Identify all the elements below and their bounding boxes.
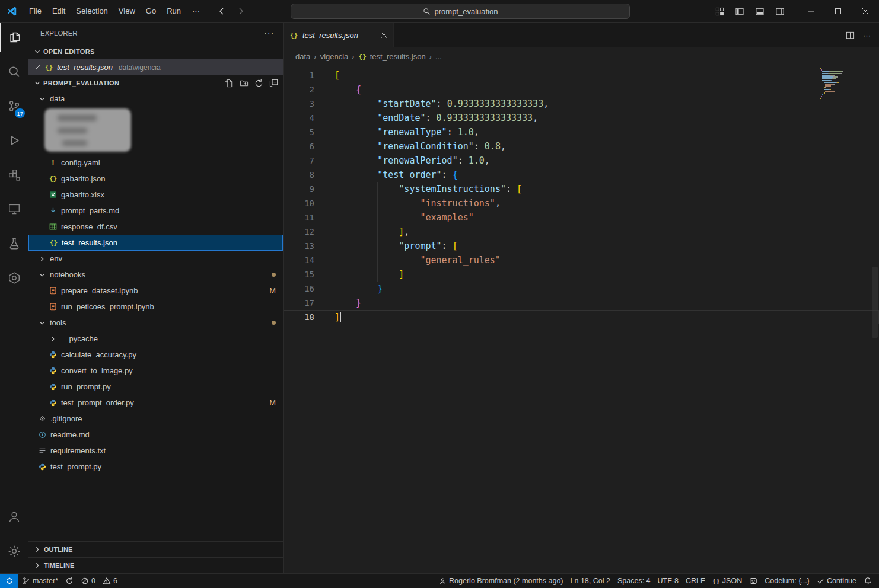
editor-more-actions-button[interactable]: ··· bbox=[863, 31, 871, 40]
menu-edit[interactable]: Edit bbox=[47, 4, 71, 18]
tree-item-run-peticoes-prompt-ipynb[interactable]: run_peticoes_prompt.ipynb bbox=[28, 299, 283, 315]
status-sync[interactable] bbox=[62, 577, 77, 585]
tree-item-test-prompt-py[interactable]: test_prompt.py bbox=[28, 459, 283, 475]
tree-item-data[interactable]: data bbox=[28, 91, 283, 107]
code-line-2[interactable]: 2 { bbox=[284, 82, 879, 97]
tree-item--pycache-[interactable]: __pycache__ bbox=[28, 331, 283, 347]
nav-forward-button[interactable] bbox=[233, 4, 249, 18]
menu-file[interactable]: File bbox=[24, 4, 47, 18]
tree-item-requirements-txt[interactable]: requirements.txt bbox=[28, 443, 283, 459]
code-line-15[interactable]: 15 ] bbox=[284, 267, 879, 282]
code-line-3[interactable]: 3 "startDate": 0.9333333333333333, bbox=[284, 97, 879, 111]
toggle-secondary-sidebar-icon[interactable] bbox=[771, 4, 789, 19]
tree-item-run-prompt-py[interactable]: run_prompt.py bbox=[28, 379, 283, 395]
activity-search[interactable] bbox=[0, 57, 28, 87]
close-editor-icon[interactable] bbox=[34, 64, 41, 71]
code-line-16[interactable]: 16 } bbox=[284, 282, 879, 296]
collapse-folders-icon[interactable] bbox=[269, 79, 278, 88]
tree-item-response-df-csv[interactable]: response_df.csv bbox=[28, 219, 283, 235]
breadcrumb-item[interactable]: {}test_results.json bbox=[358, 52, 426, 61]
minimize-button[interactable] bbox=[797, 0, 824, 23]
code-line-10[interactable]: 10 "instructions", bbox=[284, 196, 879, 210]
refresh-explorer-icon[interactable] bbox=[254, 79, 263, 88]
status-encoding[interactable]: UTF-8 bbox=[654, 577, 682, 585]
tree-item-test-results-json[interactable]: {}test_results.json bbox=[28, 235, 283, 251]
activity-settings[interactable] bbox=[0, 536, 28, 566]
tab-test-results-json[interactable]: {} test_results.json bbox=[284, 23, 394, 47]
timeline-section[interactable]: TIMELINE bbox=[28, 557, 283, 573]
command-center-search[interactable]: prompt_evaluation bbox=[291, 4, 630, 19]
tree-item-convert-to-image-py[interactable]: convert_to_image.py bbox=[28, 363, 283, 379]
tree-item-gabarito-json[interactable]: {}gabarito.json bbox=[28, 171, 283, 187]
minimap[interactable] bbox=[820, 68, 846, 100]
status-eol[interactable]: CRLF bbox=[682, 577, 709, 585]
code-line-9[interactable]: 9 "systemInstructions": [ bbox=[284, 182, 879, 196]
status-git-branch[interactable]: master* bbox=[18, 577, 62, 585]
status-errors[interactable]: 0 bbox=[77, 577, 99, 585]
tree-item-notebooks[interactable]: notebooks bbox=[28, 267, 283, 283]
code-line-12[interactable]: 12 ], bbox=[284, 225, 879, 239]
menu-overflow-button[interactable]: ··· bbox=[186, 4, 206, 18]
status-language-mode[interactable]: {} JSON bbox=[709, 577, 746, 585]
close-tab-icon[interactable] bbox=[381, 32, 387, 39]
menu-view[interactable]: View bbox=[113, 4, 141, 18]
new-folder-icon[interactable] bbox=[240, 79, 249, 88]
tree-item-tools[interactable]: tools bbox=[28, 315, 283, 331]
status-codeium[interactable]: Codeium: {...} bbox=[761, 577, 813, 585]
activity-run-debug[interactable] bbox=[0, 126, 28, 155]
breadcrumb-item[interactable]: data bbox=[295, 52, 310, 61]
code-line-11[interactable]: 11 "examples" bbox=[284, 210, 879, 225]
menu-selection[interactable]: Selection bbox=[71, 4, 113, 18]
outline-section[interactable]: OUTLINE bbox=[28, 541, 283, 557]
tree-item-config-yaml[interactable]: !config.yaml bbox=[28, 155, 283, 171]
nav-back-button[interactable] bbox=[214, 4, 230, 18]
project-section-header[interactable]: PROMPT_EVALUATION bbox=[28, 75, 283, 91]
status-extension-face[interactable] bbox=[746, 577, 761, 585]
code-line-1[interactable]: 1 [ bbox=[284, 68, 879, 82]
activity-explorer[interactable] bbox=[0, 23, 28, 52]
status-cursor-position[interactable]: Ln 18, Col 2 bbox=[567, 577, 614, 585]
code-editor[interactable]: 1 [ 2 { 3 "startDate": 0.933333333333333… bbox=[284, 65, 879, 573]
explorer-more-button[interactable]: ··· bbox=[265, 30, 275, 37]
tree-item-readme-md[interactable]: readme.md bbox=[28, 427, 283, 443]
status-git-blame[interactable]: Rogerio Bromfman (2 months ago) bbox=[435, 577, 566, 585]
status-indentation[interactable]: Spaces: 4 bbox=[614, 577, 654, 585]
tree-item-prepare-dataset-ipynb[interactable]: prepare_dataset.ipynbM bbox=[28, 283, 283, 299]
status-notifications[interactable] bbox=[860, 577, 875, 585]
split-editor-icon[interactable] bbox=[846, 31, 855, 40]
code-line-17[interactable]: 17 } bbox=[284, 296, 879, 310]
new-file-icon[interactable] bbox=[225, 79, 234, 88]
code-line-18[interactable]: 18 ] bbox=[284, 310, 879, 324]
close-window-button[interactable] bbox=[852, 0, 879, 23]
customize-layout-icon[interactable] bbox=[711, 4, 728, 19]
activity-account[interactable] bbox=[0, 502, 28, 532]
menu-go[interactable]: Go bbox=[141, 4, 161, 18]
code-line-13[interactable]: 13 "prompt": [ bbox=[284, 239, 879, 253]
code-line-8[interactable]: 8 "test_order": { bbox=[284, 168, 879, 182]
code-line-14[interactable]: 14 "general_rules" bbox=[284, 253, 879, 267]
tree-item-prompt-parts-md[interactable]: prompt_parts.md bbox=[28, 203, 283, 219]
status-warnings[interactable]: 6 bbox=[99, 577, 121, 585]
activity-extensions[interactable] bbox=[0, 160, 28, 190]
open-editor-item[interactable]: {} test_results.json data\vigencia bbox=[28, 59, 283, 75]
activity-remote-explorer[interactable] bbox=[0, 194, 28, 224]
activity-testing[interactable] bbox=[0, 229, 28, 258]
menu-run[interactable]: Run bbox=[161, 4, 186, 18]
toggle-panel-icon[interactable] bbox=[751, 4, 769, 19]
maximize-button[interactable] bbox=[824, 0, 852, 23]
open-editors-header[interactable]: OPEN EDITORS bbox=[28, 44, 283, 59]
code-line-6[interactable]: 6 "renewalCondition": 0.8, bbox=[284, 139, 879, 154]
toggle-primary-sidebar-icon[interactable] bbox=[731, 4, 749, 19]
code-line-4[interactable]: 4 "endDate": 0.9333333333333333, bbox=[284, 111, 879, 125]
code-line-5[interactable]: 5 "renewalType": 1.0, bbox=[284, 125, 879, 139]
editor-scrollbar[interactable] bbox=[871, 65, 879, 573]
activity-source-control[interactable]: 17 bbox=[0, 91, 28, 121]
activity-codeium-extension[interactable] bbox=[0, 263, 28, 293]
tree-item-calculate-accuracy-py[interactable]: calculate_accuracy.py bbox=[28, 347, 283, 363]
tree-item-env[interactable]: env bbox=[28, 251, 283, 267]
breadcrumb-item[interactable]: vigencia bbox=[320, 52, 349, 61]
tree-item--gitignore[interactable]: .gitignore bbox=[28, 411, 283, 427]
breadcrumb-item[interactable]: ... bbox=[435, 52, 442, 61]
status-continue[interactable]: Continue bbox=[813, 577, 860, 585]
tree-item-gabarito-xlsx[interactable]: gabarito.xlsx bbox=[28, 187, 283, 203]
